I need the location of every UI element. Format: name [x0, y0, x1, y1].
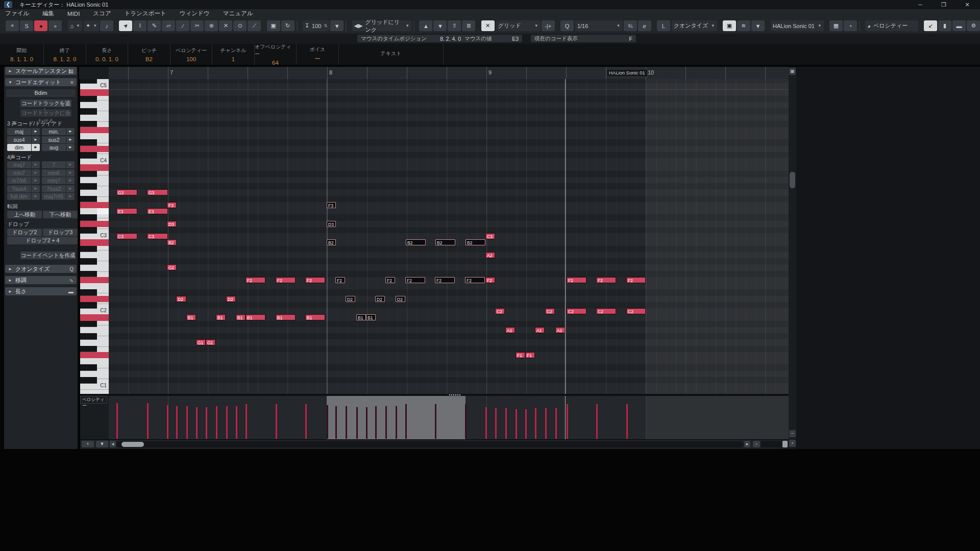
- triad-button-dim[interactable]: dim►: [7, 144, 40, 151]
- tetrad-button-4[interactable]: m7/b5►: [7, 177, 40, 184]
- midi-note-D2[interactable]: D2: [226, 296, 236, 302]
- black-key[interactable]: [80, 108, 97, 115]
- black-key[interactable]: [80, 214, 97, 221]
- move-up-button[interactable]: ▲: [419, 20, 432, 31]
- range-tool-button[interactable]: Ⅰ: [133, 20, 146, 31]
- midi-note-F2[interactable]: F2: [405, 277, 425, 283]
- key-highlight-D3[interactable]: [80, 221, 109, 227]
- minimize-button[interactable]: ─: [913, 1, 928, 9]
- zoom-preset-add-button[interactable]: +: [82, 441, 94, 447]
- acoustic-feedback-button[interactable]: ●: [48, 20, 62, 31]
- move-bottom-button[interactable]: ≣: [462, 20, 475, 31]
- line-tool-button[interactable]: ⟋: [248, 20, 261, 31]
- midi-note-C2[interactable]: C2: [495, 308, 505, 314]
- black-key[interactable]: [80, 96, 97, 103]
- event-display-dropdown[interactable]: ⌂▼: [68, 20, 82, 31]
- lower-zone-toggle-button[interactable]: ▬: [952, 20, 966, 31]
- midi-note-B2[interactable]: B2: [327, 239, 336, 245]
- key-highlight-B3[interactable]: [80, 164, 109, 170]
- midi-note-G1[interactable]: G1: [196, 339, 206, 345]
- velocity-bar[interactable]: [356, 407, 358, 439]
- midi-note-E3[interactable]: E3: [147, 208, 168, 214]
- midi-note-F2[interactable]: F2: [567, 277, 586, 283]
- velocity-bar[interactable]: [116, 403, 118, 439]
- midi-note-G1[interactable]: G1: [206, 339, 215, 345]
- midi-note-D2[interactable]: D2: [375, 296, 385, 302]
- black-key[interactable]: [80, 258, 97, 265]
- velocity-bar[interactable]: [236, 406, 237, 439]
- velocity-bar[interactable]: [196, 407, 198, 439]
- menu-item-6[interactable]: マニュアル: [223, 10, 253, 17]
- midi-note-B1[interactable]: B1: [186, 314, 196, 320]
- midi-note-C2[interactable]: C2: [567, 308, 586, 314]
- midi-note-F2[interactable]: F2: [596, 277, 616, 283]
- key-highlight-B1[interactable]: [80, 314, 109, 320]
- velocity-bar[interactable]: [147, 403, 149, 439]
- scroll-left-icon[interactable]: ◂: [110, 441, 116, 447]
- midi-note-B1[interactable]: B1: [246, 314, 265, 320]
- midi-note-D3[interactable]: D3: [327, 221, 336, 227]
- midi-note-F1[interactable]: F1: [516, 352, 525, 358]
- tetrad-button-9[interactable]: maj7/#5►: [42, 193, 75, 200]
- vertical-scrollbar-thumb[interactable]: [790, 172, 795, 188]
- black-key[interactable]: [80, 139, 97, 146]
- zoom-preset-dropdown[interactable]: ▼: [96, 441, 108, 447]
- tetrad-button-7[interactable]: 7sus2►: [42, 185, 75, 192]
- black-key[interactable]: [80, 246, 97, 253]
- snap-type-dropdown[interactable]: グリッド▼: [496, 20, 541, 31]
- velocity-bar[interactable]: [276, 404, 277, 439]
- info-field-4[interactable]: ベロシティー100: [170, 44, 212, 65]
- black-key[interactable]: [80, 321, 97, 328]
- move-down-inversion-button[interactable]: 下へ移動: [43, 211, 78, 218]
- zoom-tool-button[interactable]: ⊙: [233, 20, 247, 31]
- scroll-right-icon[interactable]: ▸: [744, 441, 750, 447]
- velocity-bar[interactable]: [535, 408, 536, 439]
- left-zone-toggle-button[interactable]: ▮: [938, 20, 951, 31]
- match-chord-track-button[interactable]: コードトラックに合わせる: [20, 109, 71, 117]
- midi-note-B2[interactable]: B2: [465, 239, 485, 245]
- status-field-0[interactable]: マウスのタイムポジション8. 2. 4. 0: [357, 35, 464, 42]
- midi-note-B2[interactable]: B2: [167, 239, 177, 245]
- midi-note-F2[interactable]: F2: [465, 277, 485, 283]
- velocity-bar[interactable]: [626, 404, 628, 439]
- black-key[interactable]: [80, 183, 97, 190]
- info-field-5[interactable]: チャンネル1: [212, 44, 255, 65]
- velocity-bar[interactable]: [335, 406, 337, 439]
- key-highlight-B4[interactable]: [80, 89, 109, 95]
- midi-note-F2[interactable]: F2: [485, 277, 495, 283]
- info-field-8[interactable]: テキスト: [339, 44, 444, 65]
- horizontal-scrollbar[interactable]: [116, 441, 743, 447]
- snap-relative-button[interactable]: -|+: [542, 20, 555, 31]
- trim-tool-button[interactable]: ∕: [176, 20, 189, 31]
- velocity-bar[interactable]: [495, 408, 497, 439]
- quantize-apply-dropdown[interactable]: クオンタイズ▼: [672, 20, 717, 31]
- vzoom-in-button[interactable]: +: [789, 440, 796, 447]
- event-colors-dropdown[interactable]: ◕ベロシティー: [865, 20, 918, 31]
- part-name-label[interactable]: HALion Sonic 01: [606, 69, 648, 77]
- tetrad-button-5[interactable]: minj7►: [42, 177, 75, 184]
- quantize-triplet-icon[interactable]: ¾: [624, 20, 637, 31]
- quantize-icon[interactable]: Q: [560, 20, 574, 31]
- midi-note-B1[interactable]: B1: [366, 314, 376, 320]
- midi-input-icon[interactable]: ▦: [829, 20, 843, 31]
- midi-note-F2[interactable]: F2: [435, 277, 455, 283]
- black-key[interactable]: [80, 333, 97, 340]
- midi-note-G2[interactable]: G2: [167, 264, 177, 270]
- midi-note-E3[interactable]: E3: [116, 208, 137, 214]
- midi-note-B2[interactable]: B2: [406, 239, 426, 245]
- part-edit-mode-icon[interactable]: ▣: [723, 20, 736, 31]
- vzoom-out-button[interactable]: −: [789, 430, 796, 437]
- move-top-button[interactable]: ⇧: [448, 20, 461, 31]
- black-key[interactable]: [80, 271, 97, 278]
- midi-note-F1[interactable]: F1: [525, 352, 535, 358]
- info-field-2[interactable]: 長さ0. 0. 1. 0: [86, 44, 128, 65]
- length-grid-link-dropdown[interactable]: ◀▶ グリッドにリンク ▼: [352, 20, 412, 31]
- info-field-7[interactable]: ボイスー: [297, 44, 339, 65]
- velocity-bar[interactable]: [305, 404, 307, 439]
- midi-note-F2[interactable]: F2: [626, 277, 646, 283]
- midi-note-C2[interactable]: C2: [596, 308, 616, 314]
- midi-note-B1[interactable]: B1: [216, 314, 226, 320]
- step-input-icon[interactable]: ◔: [844, 20, 857, 31]
- midi-note-D2[interactable]: D2: [346, 296, 355, 302]
- mute-tool-button[interactable]: ✕: [219, 20, 232, 31]
